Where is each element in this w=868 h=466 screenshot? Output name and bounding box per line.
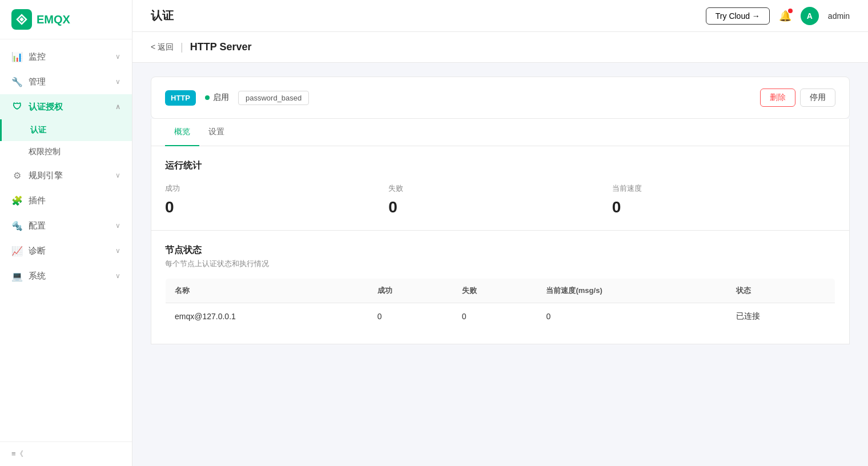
tabs-container: 概览 设置 — [151, 119, 850, 146]
stat-failure-value: 0 — [388, 198, 612, 216]
rules-icon: ⚙ — [11, 170, 23, 181]
stats-title: 运行统计 — [165, 160, 835, 172]
plugins-icon: 🧩 — [11, 195, 23, 206]
node-speed: 0 — [537, 303, 726, 330]
logo: EMQX — [0, 0, 132, 39]
sidebar-item-plugins[interactable]: 🧩 插件 — [0, 188, 132, 213]
sidebar-item-system[interactable]: 💻 系统 ∨ — [0, 263, 132, 288]
manage-icon: 🔧 — [11, 76, 23, 87]
config-icon: 🔩 — [11, 220, 23, 231]
sidebar-item-auth[interactable]: 🛡 认证授权 ∧ — [0, 94, 132, 119]
sidebar-item-system-label: 系统 — [29, 271, 46, 282]
try-cloud-button[interactable]: Try Cloud → — [706, 7, 770, 25]
stat-success: 成功 0 — [165, 183, 388, 216]
notification-bell[interactable]: 🔔 — [779, 10, 791, 22]
disable-button[interactable]: 停用 — [800, 89, 835, 107]
col-header-failure: 失败 — [453, 279, 537, 303]
node-section-title: 节点状态 — [165, 244, 835, 256]
auth-info-card: HTTP 启用 password_based 删除 停用 — [151, 77, 850, 119]
sidebar-item-authentication[interactable]: 认证 — [0, 119, 132, 141]
sidebar-item-monitor[interactable]: 📊 监控 ∨ — [0, 44, 132, 69]
page-header: < 返回 | HTTP Server — [132, 32, 868, 63]
system-arrow-icon: ∨ — [115, 272, 120, 280]
sidebar-sub-acl-label: 权限控制 — [29, 147, 61, 156]
monitor-icon: 📊 — [11, 51, 23, 62]
node-table-head: 名称 成功 失败 当前速度(msg/s) 状态 — [166, 279, 835, 303]
stat-speed-label: 当前速度 — [612, 183, 835, 194]
content-area: < 返回 | HTTP Server HTTP 启用 password_base… — [132, 32, 868, 466]
tab-overview[interactable]: 概览 — [165, 119, 199, 146]
tab-settings[interactable]: 设置 — [199, 119, 234, 146]
stat-speed-value: 0 — [612, 198, 835, 216]
tag-badge: password_based — [238, 91, 309, 105]
auth-actions: 删除 停用 — [760, 89, 835, 107]
top-header: 认证 Try Cloud → 🔔 A admin — [132, 0, 868, 32]
back-link[interactable]: < 返回 — [151, 42, 174, 53]
sections-group: 运行统计 成功 0 失败 0 当前速度 0 — [151, 146, 850, 344]
delete-button[interactable]: 删除 — [760, 89, 795, 107]
auth-icon: 🛡 — [11, 101, 23, 113]
stat-speed: 当前速度 0 — [612, 183, 835, 216]
header-right: Try Cloud → 🔔 A admin — [706, 7, 850, 25]
col-header-status: 状态 — [727, 279, 835, 303]
node-table: 名称 成功 失败 当前速度(msg/s) 状态 emqx@127.0.0.1 0… — [165, 278, 835, 330]
stats-section: 运行统计 成功 0 失败 0 当前速度 0 — [151, 146, 849, 231]
node-table-body: emqx@127.0.0.1 0 0 0 已连接 — [166, 303, 835, 330]
diagnose-arrow-icon: ∨ — [115, 247, 120, 255]
sidebar-collapse-btn[interactable]: ≡《 — [0, 441, 132, 466]
sidebar-sub-authentication-label: 认证 — [30, 125, 46, 134]
table-row: emqx@127.0.0.1 0 0 0 已连接 — [166, 303, 835, 330]
col-header-speed: 当前速度(msg/s) — [537, 279, 726, 303]
logo-text: EMQX — [37, 13, 70, 26]
page-title: 认证 — [151, 8, 174, 23]
sidebar-item-config-label: 配置 — [29, 220, 46, 231]
sidebar-item-auth-label: 认证授权 — [29, 102, 63, 113]
sidebar: EMQX 📊 监控 ∨ 🔧 管理 ∨ 🛡 认证授权 ∧ — [0, 0, 132, 466]
sidebar-item-acl[interactable]: 权限控制 — [0, 141, 132, 163]
emqx-logo-icon — [11, 9, 32, 30]
sidebar-item-plugins-label: 插件 — [29, 195, 46, 206]
system-icon: 💻 — [11, 270, 23, 282]
page-sub-title: HTTP Server — [190, 41, 252, 53]
node-table-header-row: 名称 成功 失败 当前速度(msg/s) 状态 — [166, 279, 835, 303]
avatar: A — [801, 7, 819, 25]
node-success: 0 — [368, 303, 453, 330]
sidebar-nav: 📊 监控 ∨ 🔧 管理 ∨ 🛡 认证授权 ∧ 认证 权限控制 — [0, 39, 132, 441]
sidebar-item-rules-label: 规则引擎 — [29, 170, 63, 181]
stats-row: 成功 0 失败 0 当前速度 0 — [165, 183, 835, 216]
status-enabled: 启用 — [205, 93, 229, 103]
sidebar-item-config[interactable]: 🔩 配置 ∨ — [0, 213, 132, 238]
auth-arrow-icon: ∧ — [115, 103, 120, 111]
col-header-success: 成功 — [368, 279, 453, 303]
tabs: 概览 设置 — [165, 119, 835, 146]
sidebar-item-diagnose[interactable]: 📈 诊断 ∨ — [0, 238, 132, 263]
main-content: 认证 Try Cloud → 🔔 A admin < 返回 | HTTP Ser… — [132, 0, 868, 466]
status-dot — [205, 95, 210, 100]
monitor-arrow-icon: ∨ — [115, 53, 120, 61]
http-badge: HTTP — [165, 90, 196, 106]
breadcrumb-divider: | — [180, 41, 183, 53]
node-failure: 0 — [453, 303, 537, 330]
sidebar-item-manage[interactable]: 🔧 管理 ∨ — [0, 69, 132, 94]
sidebar-item-diagnose-label: 诊断 — [29, 246, 46, 256]
node-section-desc: 每个节点上认证状态和执行情况 — [165, 259, 835, 269]
rules-arrow-icon: ∨ — [115, 171, 120, 179]
stat-failure: 失败 0 — [388, 183, 612, 216]
stat-success-value: 0 — [165, 198, 388, 216]
notification-dot — [788, 9, 793, 13]
sidebar-item-monitor-label: 监控 — [29, 51, 46, 62]
diagnose-icon: 📈 — [11, 245, 23, 256]
user-name[interactable]: admin — [828, 11, 850, 21]
manage-arrow-icon: ∨ — [115, 78, 120, 86]
stat-success-label: 成功 — [165, 183, 388, 194]
status-label: 启用 — [213, 93, 229, 103]
col-header-name: 名称 — [166, 279, 368, 303]
config-arrow-icon: ∨ — [115, 222, 120, 230]
sidebar-item-rules[interactable]: ⚙ 规则引擎 ∨ — [0, 163, 132, 188]
node-status: 已连接 — [727, 303, 835, 330]
node-name: emqx@127.0.0.1 — [166, 303, 368, 330]
sidebar-bottom-label: ≡《 — [11, 449, 23, 458]
sidebar-item-manage-label: 管理 — [29, 77, 46, 87]
stat-failure-label: 失败 — [388, 183, 612, 194]
node-status-section: 节点状态 每个节点上认证状态和执行情况 名称 成功 失败 当前速度(msg/s)… — [151, 231, 849, 344]
